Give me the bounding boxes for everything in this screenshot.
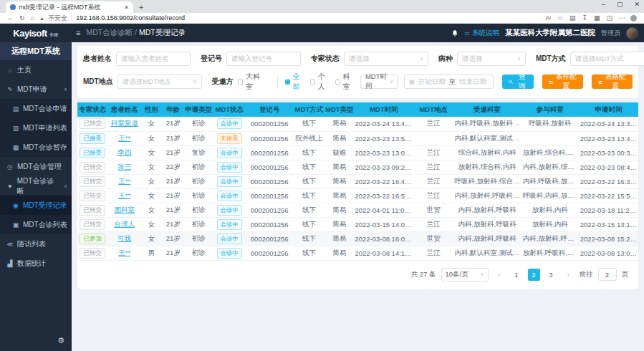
browser-tab[interactable]: mdt受理记录 - 远程MDT系统 ✕: [6, 1, 133, 13]
more-menu-icon[interactable]: ⋯: [619, 14, 625, 21]
patient-name-link[interactable]: 王**: [118, 134, 130, 142]
sidebar-item-0[interactable]: ⌂主页: [0, 60, 72, 80]
age-cell: 21岁: [162, 174, 185, 188]
registration-no-cell: 0002001256: [246, 174, 293, 188]
tab-title: mdt受理记录 - 远程MDT系统: [19, 3, 121, 12]
extensions-icon[interactable]: ◳: [606, 14, 612, 21]
page-button-2[interactable]: 2: [528, 269, 540, 281]
sidebar-item-5[interactable]: ◷MDT会诊管理: [0, 157, 72, 176]
disease-label: 病种: [438, 54, 453, 64]
patient-name-link[interactable]: 王**: [118, 191, 130, 199]
new-tab-button[interactable]: +: [139, 3, 143, 13]
tab-close-icon[interactable]: ✕: [124, 4, 129, 11]
date-range-picker[interactable]: ▦ 开始日期 至 结束日期: [404, 74, 494, 89]
mdt-type-cell: 简易: [325, 246, 353, 260]
user-avatar[interactable]: [626, 27, 638, 39]
apply-time-cell: 2022-03-23 08:49:53: [579, 160, 638, 174]
minimize-icon[interactable]: –: [602, 1, 605, 8]
condition-config-button[interactable]: ≡ 条件配置: [542, 74, 583, 89]
sidebar-item-3[interactable]: ▥MDT申请列表: [0, 118, 72, 138]
system-help-link[interactable]: ▭ 系统说明: [464, 29, 499, 38]
page-size-select[interactable]: 10条/页∨: [441, 268, 489, 282]
sidebar-item-6[interactable]: ♥MDT会诊诊断∧: [0, 176, 72, 196]
age-cell: 21岁: [162, 246, 185, 260]
patient-name-link[interactable]: 王**: [118, 177, 130, 185]
browser-profile-icon[interactable]: [630, 15, 637, 21]
config-icon: ≡: [549, 78, 553, 86]
patient-name-link[interactable]: 张三: [117, 163, 131, 170]
breadcrumb-parent[interactable]: MDT会诊诊断: [86, 28, 133, 37]
invitee-radio-全部[interactable]: 全部: [285, 72, 303, 92]
mdt-time-select[interactable]: MDT时间∨: [360, 74, 398, 89]
expert-status-select[interactable]: 请选择∨: [344, 52, 428, 66]
mdt-time-cell: 2022-03-23 09:20:00: [353, 160, 414, 174]
patient-name-link[interactable]: 李四: [117, 148, 131, 156]
chevron-down-icon: ∨: [517, 56, 521, 62]
page-jump-input[interactable]: 2: [598, 268, 617, 281]
gender-cell: 女: [141, 188, 162, 203]
sidebar-item-9[interactable]: ≪随访列表: [0, 234, 72, 254]
collections-icon[interactable]: ▤: [569, 14, 576, 21]
patient-name-link[interactable]: 可我: [117, 234, 131, 242]
table-config-button[interactable]: ≡ 表格配置: [592, 74, 633, 89]
notification-bell-icon[interactable]: [451, 29, 458, 37]
settings-gear-icon[interactable]: ⚙: [57, 336, 64, 345]
next-page-button[interactable]: ›: [562, 269, 575, 281]
mdt-status-tag: 会诊中: [217, 162, 243, 173]
visit-type-cell: 初诊: [185, 160, 213, 174]
column-header: 性别: [141, 102, 162, 117]
restore-icon[interactable]: ▢: [617, 1, 623, 8]
close-icon[interactable]: ✕: [634, 1, 640, 8]
prev-page-button[interactable]: ‹: [494, 269, 506, 281]
hospital-name: 某某医科大学附属第二医院: [505, 28, 595, 38]
sidebar-item-10[interactable]: ▟数据统计: [0, 254, 72, 273]
total-count: 共 27 条: [411, 270, 436, 279]
big-dept-checkbox[interactable]: 大科室: [238, 72, 263, 92]
gender-cell: 女: [141, 174, 162, 188]
sidebar-item-2[interactable]: ▤MDT会诊申请: [0, 99, 72, 118]
sidebar-item-7[interactable]: ◉MDT受理记录: [0, 196, 72, 215]
divider: [277, 77, 278, 87]
visit-type-cell: 初诊: [185, 117, 213, 131]
mdt-location-select[interactable]: 请选择MDT地点∨: [117, 74, 202, 89]
home-icon: ⌂: [6, 67, 14, 74]
patient-name-link[interactable]: 台湾人: [114, 220, 135, 228]
page-button-1[interactable]: 1: [511, 269, 523, 281]
disease-select[interactable]: 请选择∨: [457, 52, 526, 66]
list-icon: ▥: [12, 125, 19, 132]
gender-cell: 女: [141, 131, 162, 145]
home-icon[interactable]: ⌂: [31, 14, 34, 21]
sidebar-item-4[interactable]: ▦MDT会诊暂存: [0, 138, 72, 157]
read-aloud-icon[interactable]: Aᵎ: [545, 14, 550, 21]
url-text[interactable]: 192.168.0.156:9002/consultate/record: [76, 14, 185, 21]
url-box[interactable]: ▲ 不安全 | 192.168.0.156:9002/consultate/re…: [39, 14, 540, 23]
apps-icon[interactable]: ▦: [594, 14, 600, 21]
invitee-radio-科室[interactable]: 科室: [335, 72, 353, 92]
column-header: MDT地点: [414, 102, 453, 117]
sidebar-collapse-icon[interactable]: ≡: [76, 29, 80, 37]
invited-depts-cell: 内科,默认科室,测试科室: [453, 246, 521, 260]
mdt-location-cell: 兰江: [414, 174, 453, 188]
column-header: 参与科室: [522, 102, 579, 117]
patient-name-link[interactable]: 王**: [118, 249, 130, 256]
sidebar-item-1[interactable]: ✎MDT申请∧: [0, 80, 72, 99]
refresh-icon[interactable]: ↻: [19, 14, 25, 21]
apply-time-cell: 2022-03-08 15:24:58: [579, 231, 638, 246]
registration-no-input[interactable]: 请输入登记号: [226, 52, 301, 66]
invited-depts-cell: 内科,呼吸科,放射科,综合科: [453, 117, 521, 131]
logo-text: Kayisoft: [13, 28, 47, 39]
patient-name-link[interactable]: 科室受邀: [111, 119, 138, 127]
downloads-icon[interactable]: ↧: [582, 14, 587, 21]
patient-name-input[interactable]: 请输入患者姓名: [116, 52, 191, 66]
mdt-mode-select[interactable]: 请选择MDT方式∨: [570, 52, 644, 66]
mdt-type-cell: 简易: [325, 174, 353, 188]
invitee-radio-个人[interactable]: 个人: [310, 72, 328, 92]
favorites-star-icon[interactable]: ☆: [557, 14, 563, 21]
security-label[interactable]: 不安全: [48, 14, 67, 23]
patient-name-link[interactable]: 图科室: [114, 206, 135, 213]
search-button[interactable]: 查询: [502, 74, 534, 89]
expert-status-tag: 已转交: [80, 248, 105, 259]
back-icon[interactable]: ←: [7, 14, 14, 21]
page-button-3[interactable]: 3: [545, 269, 557, 281]
sidebar-item-8[interactable]: ▣MDT会诊列表: [0, 215, 72, 234]
